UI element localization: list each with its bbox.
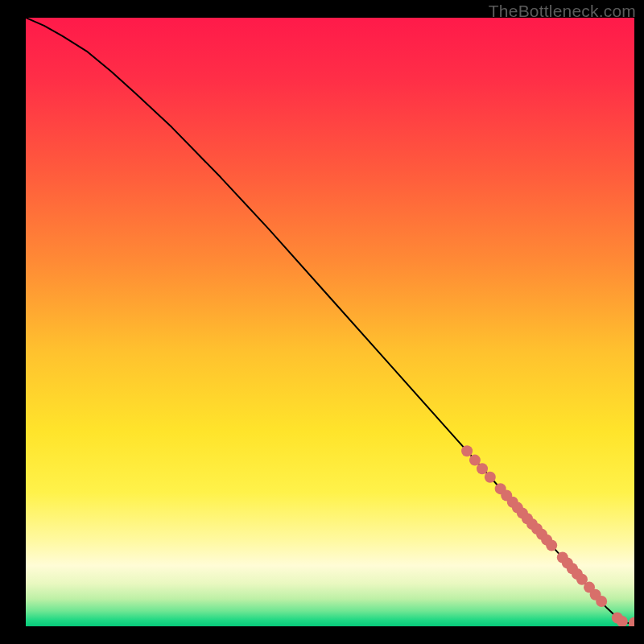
data-point	[596, 596, 607, 607]
data-point	[469, 455, 481, 466]
plot-area	[26, 18, 634, 626]
data-point	[485, 472, 496, 483]
data-point	[546, 539, 557, 551]
data-point	[477, 463, 488, 474]
chart-stage: TheBottleneck.com	[0, 0, 644, 644]
data-point	[461, 445, 473, 456]
chart-svg	[26, 18, 634, 626]
